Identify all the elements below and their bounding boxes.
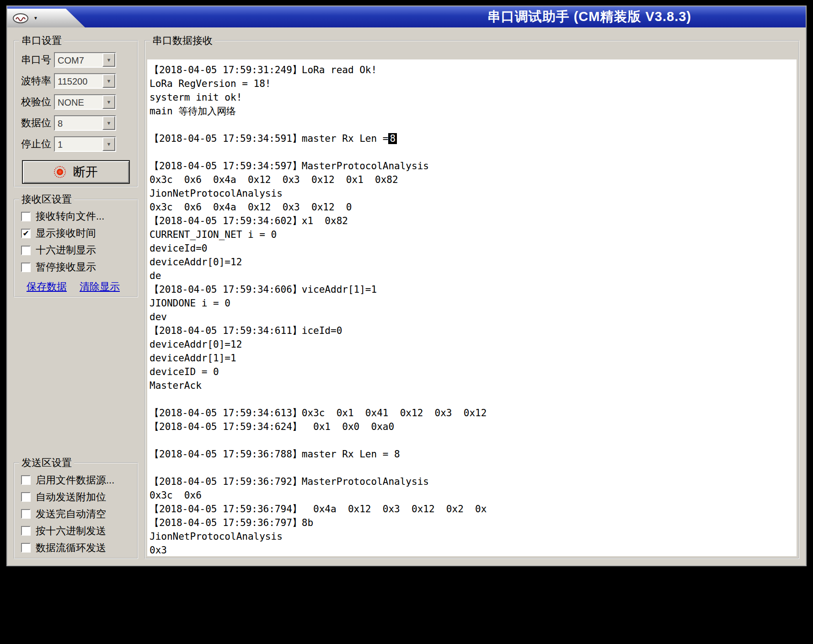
terminal-line: deviceAddr[1]=1 bbox=[150, 351, 797, 365]
chevron-down-icon[interactable]: ▼ bbox=[102, 95, 115, 109]
checkbox-label: 按十六进制发送 bbox=[36, 524, 106, 538]
receive-data-group: 串口数据接收 【2018-04-05 17:59:31:249】LoRa rea… bbox=[144, 34, 799, 559]
save-data-link[interactable]: 保存数据 bbox=[27, 280, 67, 294]
terminal-line: 【2018-04-05 17:59:34:606】viceAddr[1]=1 bbox=[150, 283, 797, 296]
checkbox-option[interactable]: 启用文件数据源... bbox=[17, 472, 134, 488]
clear-display-link[interactable]: 清除显示 bbox=[80, 280, 120, 294]
terminal-line-text: 【2018-04-05 17:59:34:597】MasterProtocolA… bbox=[150, 161, 429, 172]
chevron-down-icon[interactable]: ▼ bbox=[102, 74, 115, 88]
checkbox-icon[interactable]: ✔ bbox=[21, 229, 31, 238]
terminal-highlight: 8 bbox=[388, 133, 397, 144]
terminal-line-text: main 等待加入网络 bbox=[150, 106, 236, 117]
checkbox-label: 接收转向文件... bbox=[36, 209, 104, 223]
terminal-line-text: JionNetProtocolAnalysis bbox=[150, 188, 283, 199]
app-menu[interactable]: ▼ bbox=[7, 9, 87, 27]
checkbox-option[interactable]: 自动发送附加位 bbox=[17, 488, 134, 505]
terminal-line-text: 【2018-04-05 17:59:34:591】master Rx Len = bbox=[150, 133, 388, 144]
title-bar[interactable]: ▼ 串口调试助手 (CM精装版 V3.8.3) bbox=[7, 6, 806, 27]
terminal-line bbox=[150, 434, 797, 447]
checkbox-icon[interactable] bbox=[21, 212, 31, 221]
combo-select[interactable]: 8 ▼ bbox=[54, 115, 116, 131]
combo-select[interactable]: 115200 ▼ bbox=[54, 73, 116, 89]
disconnect-button[interactable]: 断开 bbox=[22, 160, 130, 184]
checkbox-label: 自动发送附加位 bbox=[36, 490, 106, 504]
terminal-line-text: 【2018-04-05 17:59:36:788】master Rx Len =… bbox=[150, 449, 400, 460]
checkbox-label: 显示接收时间 bbox=[36, 226, 96, 240]
checkbox-icon[interactable] bbox=[21, 526, 31, 536]
serial-setting-row: 串口号 COM7 ▼ bbox=[17, 49, 134, 70]
chevron-down-icon[interactable]: ▼ bbox=[102, 116, 115, 130]
terminal-line: 【2018-04-05 17:59:36:794】 0x4a 0x12 0x3 … bbox=[150, 502, 797, 516]
terminal-line: MasterAck bbox=[150, 379, 797, 392]
terminal-line-text: deviceAddr[0]=12 bbox=[150, 339, 242, 350]
checkbox-icon[interactable] bbox=[21, 263, 31, 272]
serial-setting-row: 数据位 8 ▼ bbox=[17, 113, 134, 134]
serial-data-output[interactable]: 【2018-04-05 17:59:31:249】LoRa read Ok! L… bbox=[147, 59, 797, 556]
checkbox-option[interactable]: ✔ 显示接收时间 bbox=[17, 225, 134, 242]
send-settings-title: 发送区设置 bbox=[19, 456, 74, 470]
terminal-line-text: deviceAddr[1]=1 bbox=[150, 353, 236, 364]
checkbox-icon[interactable] bbox=[21, 543, 31, 553]
combo-select[interactable]: 1 ▼ bbox=[54, 136, 116, 152]
terminal-line: main 等待加入网络 bbox=[150, 104, 797, 118]
terminal-line-text: 【2018-04-05 17:59:34:624】 0x1 0x0 0xa0 bbox=[150, 421, 394, 432]
window-title: 串口调试助手 (CM精装版 V3.8.3) bbox=[487, 8, 691, 26]
app-window: ▼ 串口调试助手 (CM精装版 V3.8.3) 串口设置 串口号 COM7 ▼ … bbox=[6, 5, 807, 566]
checkbox-icon[interactable] bbox=[21, 246, 31, 255]
combo-selected-value: 8 bbox=[55, 116, 102, 130]
terminal-line: 【2018-04-05 17:59:34:597】MasterProtocolA… bbox=[150, 159, 797, 173]
checkbox-option[interactable]: 十六进制显示 bbox=[17, 242, 134, 259]
checkbox-option[interactable]: 暂停接收显示 bbox=[17, 259, 134, 276]
terminal-line-text: MasterAck bbox=[150, 380, 202, 391]
checkbox-icon[interactable] bbox=[21, 492, 31, 502]
terminal-line-text: CURRENT_JION_NET i = 0 bbox=[150, 229, 277, 240]
terminal-line: 0x3 bbox=[150, 543, 797, 556]
settings-column: 串口设置 串口号 COM7 ▼ 波特率 115200 ▼ 校验位 NONE ▼ … bbox=[14, 34, 138, 559]
combo-selected-value: NONE bbox=[55, 95, 102, 109]
terminal-line: de bbox=[150, 269, 797, 283]
chevron-down-icon[interactable]: ▼ bbox=[102, 137, 115, 151]
checkbox-option[interactable]: 接收转向文件... bbox=[17, 208, 134, 225]
checkbox-option[interactable]: 数据流循环发送 bbox=[17, 539, 134, 556]
terminal-line: 【2018-04-05 17:59:31:249】LoRa read Ok! bbox=[150, 63, 797, 77]
combo-select[interactable]: COM7 ▼ bbox=[54, 52, 116, 68]
receive-column: 串口数据接收 【2018-04-05 17:59:31:249】LoRa rea… bbox=[144, 34, 799, 559]
checkbox-option[interactable]: 发送完自动清空 bbox=[17, 505, 134, 522]
terminal-line: 0x3c 0x6 bbox=[150, 488, 797, 502]
terminal-line: 【2018-04-05 17:59:36:792】MasterProtocolA… bbox=[150, 475, 797, 488]
serial-setting-label: 校验位 bbox=[21, 95, 54, 109]
terminal-line-text: 【2018-04-05 17:59:34:602】x1 0x82 bbox=[150, 215, 348, 226]
terminal-line-text: 0x3c 0x6 bbox=[150, 490, 202, 501]
main-area: 串口设置 串口号 COM7 ▼ 波特率 115200 ▼ 校验位 NONE ▼ … bbox=[7, 27, 806, 565]
send-settings-group: 发送区设置 启用文件数据源... 自动发送附加位 发送完自动清空 按十六进制发送… bbox=[14, 456, 138, 559]
chevron-down-icon[interactable]: ▼ bbox=[102, 53, 115, 67]
checkbox-icon[interactable] bbox=[21, 509, 31, 519]
terminal-line bbox=[150, 461, 797, 475]
terminal-line: JionNetProtocolAnalysis bbox=[150, 187, 797, 200]
terminal-line: 【2018-04-05 17:59:34:602】x1 0x82 bbox=[150, 214, 797, 228]
terminal-line: CURRENT_JION_NET i = 0 bbox=[150, 228, 797, 242]
checkbox-option[interactable]: 按十六进制发送 bbox=[17, 522, 134, 539]
receive-data-title: 串口数据接收 bbox=[150, 34, 215, 48]
terminal-line: deviceId=0 bbox=[150, 242, 797, 255]
terminal-line-text: 【2018-04-05 17:59:34:611】iceId=0 bbox=[150, 325, 342, 336]
logo-dropdown-arrow-icon[interactable]: ▼ bbox=[33, 16, 38, 21]
checkbox-icon[interactable] bbox=[21, 475, 31, 485]
serial-settings-title: 串口设置 bbox=[19, 34, 64, 48]
checkbox-label: 数据流循环发送 bbox=[36, 541, 106, 555]
checkbox-label: 十六进制显示 bbox=[36, 243, 96, 257]
combo-selected-value: 115200 bbox=[55, 74, 102, 88]
serial-setting-label: 停止位 bbox=[21, 137, 54, 151]
receive-links: 保存数据 清除显示 bbox=[17, 276, 134, 294]
terminal-line-text: JIONDONE i = 0 bbox=[150, 298, 230, 309]
terminal-line: systerm init ok! bbox=[150, 91, 797, 104]
terminal-line-text: 0x3 bbox=[150, 545, 167, 556]
combo-selected-value: 1 bbox=[55, 137, 102, 151]
send-options: 启用文件数据源... 自动发送附加位 发送完自动清空 按十六进制发送 数据流循环… bbox=[17, 472, 134, 556]
terminal-line: dev bbox=[150, 310, 797, 324]
serial-setting-label: 串口号 bbox=[21, 53, 54, 67]
terminal-line-text: de bbox=[150, 270, 161, 281]
combo-select[interactable]: NONE ▼ bbox=[54, 94, 116, 110]
terminal-line-text: 【2018-04-05 17:59:36:792】MasterProtocolA… bbox=[150, 476, 429, 487]
terminal-line-text: deviceAddr[0]=12 bbox=[150, 257, 242, 268]
